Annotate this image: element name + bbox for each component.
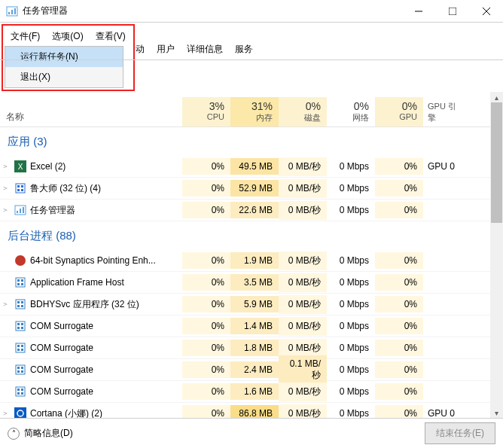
- scrollbar[interactable]: ▴ ▾: [490, 92, 503, 418]
- cell-cpu: 0%: [182, 158, 230, 175]
- expand-icon[interactable]: ＞: [0, 183, 11, 194]
- group-header[interactable]: 后台进程 (88): [0, 221, 503, 250]
- process-row[interactable]: ＞任务管理器0%22.6 MB0 MB/秒0 Mbps0%: [0, 200, 503, 221]
- group-header[interactable]: 应用 (3): [0, 127, 503, 156]
- cell-mem: 22.6 MB: [230, 202, 279, 218]
- col-CPU[interactable]: 3%CPU: [182, 97, 230, 126]
- cell-mem: 3.5 MB: [230, 274, 279, 291]
- svg-rect-12: [21, 185, 23, 187]
- svg-rect-2: [11, 10, 13, 14]
- process-row[interactable]: COM Surrogate0%1.8 MB0 MB/秒0 Mbps0%: [0, 337, 503, 359]
- cell-net: 0 Mbps: [327, 383, 375, 400]
- scroll-up-icon[interactable]: ▴: [490, 92, 503, 102]
- cell-gpuengine: [423, 279, 468, 285]
- app-icon: [6, 5, 18, 17]
- expand-icon[interactable]: ＞: [0, 205, 11, 215]
- svg-rect-41: [17, 367, 20, 369]
- process-name: Application Frame Host: [30, 277, 182, 288]
- process-grid: 名称 3%CPU31%内存0%磁盘0%网络0%GPU GPU 引擎 应用 (3)…: [0, 96, 503, 448]
- svg-rect-39: [21, 349, 23, 351]
- scroll-down-icon[interactable]: ▾: [490, 407, 503, 418]
- col-网络[interactable]: 0%网络: [327, 97, 375, 126]
- process-name: 鲁大师 (32 位) (4): [30, 182, 182, 195]
- svg-rect-28: [17, 305, 20, 307]
- cell-cpu: 0%: [182, 361, 230, 378]
- cell-gpu: 0%: [375, 252, 423, 269]
- svg-rect-21: [17, 279, 20, 282]
- col-gpuengine[interactable]: GPU 引擎: [423, 98, 468, 126]
- close-button[interactable]: [469, 0, 503, 22]
- cell-cpu: 0%: [182, 340, 230, 356]
- process-row[interactable]: 64-bit Synaptics Pointing Enh...0%1.9 MB…: [0, 250, 503, 272]
- cell-disk: 0 MB/秒: [279, 179, 327, 198]
- svg-rect-37: [21, 345, 23, 347]
- svg-text:X: X: [18, 163, 23, 171]
- process-row[interactable]: ＞XExcel (2)0%49.5 MB0 MB/秒0 Mbps0%GPU 0: [0, 156, 503, 178]
- process-icon: [14, 298, 27, 310]
- svg-rect-5: [449, 8, 456, 15]
- tab-startup[interactable]: 动: [130, 39, 151, 59]
- process-name: COM Surrogate: [30, 343, 182, 353]
- process-icon: [14, 182, 27, 194]
- col-name[interactable]: 名称: [0, 108, 182, 126]
- tab-services[interactable]: 服务: [229, 39, 259, 59]
- svg-rect-26: [17, 301, 20, 303]
- svg-rect-3: [14, 8, 16, 14]
- process-row[interactable]: COM Surrogate0%1.6 MB0 MB/秒0 Mbps0%: [0, 381, 503, 403]
- process-name: COM Surrogate: [30, 321, 182, 331]
- cell-net: 0 Mbps: [327, 180, 375, 197]
- cell-disk: 0 MB/秒: [279, 382, 327, 401]
- col-GPU[interactable]: 0%GPU: [375, 97, 423, 126]
- cell-gpuengine: [423, 207, 468, 213]
- process-row[interactable]: ＞鲁大师 (32 位) (4)0%52.9 MB0 MB/秒0 Mbps0%: [0, 178, 503, 200]
- expand-icon[interactable]: ＞: [0, 299, 11, 309]
- cell-net: 0 Mbps: [327, 202, 375, 218]
- cell-cpu: 0%: [182, 252, 230, 269]
- cell-net: 0 Mbps: [327, 361, 375, 378]
- maximize-button[interactable]: [435, 0, 469, 22]
- expand-icon[interactable]: ＞: [0, 161, 11, 172]
- process-row[interactable]: Application Frame Host0%3.5 MB0 MB/秒0 Mb…: [0, 272, 503, 294]
- svg-rect-31: [17, 323, 20, 325]
- cell-cpu: 0%: [182, 296, 230, 312]
- tab-users[interactable]: 用户: [151, 39, 181, 59]
- cell-gpu: 0%: [375, 340, 423, 356]
- svg-rect-29: [21, 305, 23, 307]
- col-磁盘[interactable]: 0%磁盘: [279, 97, 327, 126]
- scroll-thumb[interactable]: [491, 102, 502, 223]
- svg-rect-14: [21, 189, 23, 191]
- cell-net: 0 Mbps: [327, 252, 375, 269]
- cell-gpuengine: [423, 185, 468, 191]
- expand-icon[interactable]: ＞: [0, 408, 11, 419]
- process-name: COM Surrogate: [30, 364, 182, 375]
- cell-cpu: 0%: [182, 274, 230, 291]
- cell-disk: 0 MB/秒: [279, 295, 327, 314]
- cell-gpuengine: [423, 367, 468, 373]
- minimize-button[interactable]: [401, 0, 435, 22]
- svg-rect-43: [17, 370, 20, 373]
- process-row[interactable]: ＞BDHYSvc 应用程序 (32 位)0%5.9 MB0 MB/秒0 Mbps…: [0, 294, 503, 315]
- cell-net: 0 Mbps: [327, 158, 375, 175]
- svg-rect-17: [20, 209, 21, 213]
- process-name: Excel (2): [30, 161, 182, 172]
- svg-rect-32: [21, 323, 23, 325]
- process-row[interactable]: COM Surrogate0%1.4 MB0 MB/秒0 Mbps0%: [0, 315, 503, 337]
- cell-disk: 0 MB/秒: [279, 157, 327, 176]
- cell-cpu: 0%: [182, 318, 230, 334]
- col-内存[interactable]: 31%内存: [230, 97, 279, 126]
- cell-gpuengine: [423, 301, 468, 307]
- column-headers[interactable]: 名称 3%CPU31%内存0%磁盘0%网络0%GPU GPU 引擎: [0, 96, 503, 127]
- process-icon: [14, 254, 27, 267]
- cell-gpuengine: [423, 323, 468, 329]
- end-task-button[interactable]: 结束任务(E): [425, 422, 495, 444]
- cell-gpu: 0%: [375, 180, 423, 197]
- cell-net: 0 Mbps: [327, 340, 375, 356]
- svg-point-19: [15, 255, 26, 266]
- cell-gpuengine: [423, 258, 468, 264]
- menu-exit[interactable]: 退出(X): [5, 67, 123, 87]
- svg-rect-16: [17, 211, 18, 213]
- process-row[interactable]: COM Surrogate0%2.4 MB0.1 MB/秒0 Mbps0%: [0, 359, 503, 381]
- svg-rect-24: [21, 283, 23, 285]
- tab-details[interactable]: 详细信息: [181, 39, 229, 59]
- fewer-details-button[interactable]: ˄ 简略信息(D): [8, 427, 425, 440]
